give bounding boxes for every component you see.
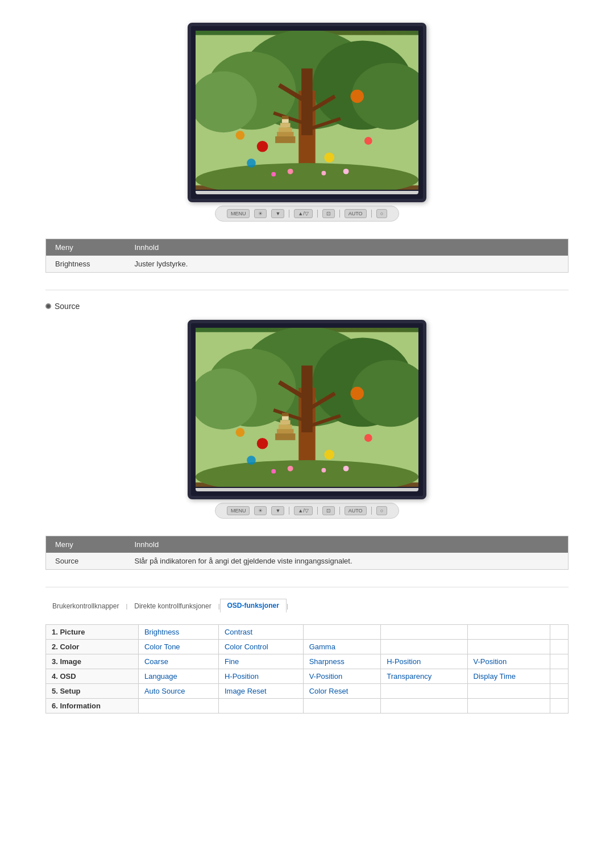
- svg-point-23: [364, 137, 372, 145]
- osd-cell-empty-16: [381, 699, 467, 713]
- menu-button[interactable]: MENU: [227, 209, 250, 218]
- menu-button-2[interactable]: MENU: [227, 506, 250, 515]
- updown-button-2[interactable]: ▼: [271, 506, 284, 515]
- table2-row1-content: Slår på indikatoren for å angi det gjeld…: [126, 553, 569, 570]
- svg-point-57: [343, 466, 349, 471]
- svg-point-50: [247, 456, 256, 465]
- osd-cell-empty-3: [467, 625, 550, 640]
- divider-2: [45, 587, 569, 587]
- brightness-button[interactable]: ☀: [254, 209, 267, 218]
- osd-cell-auto-source[interactable]: Auto Source: [138, 684, 218, 699]
- osd-cell-brightness[interactable]: Brightness: [138, 625, 218, 640]
- svg-rect-17: [282, 116, 289, 119]
- power-button-2[interactable]: ○: [376, 506, 387, 515]
- tab-direkte[interactable]: Direkte kontrollfunksjoner: [127, 600, 218, 612]
- tab-brukerkontrollknapper[interactable]: Brukerkontrollknapper: [45, 600, 126, 612]
- svg-point-52: [364, 434, 372, 442]
- atg-button-2[interactable]: ▲/▽: [294, 506, 312, 515]
- osd-cell-empty-9: [550, 669, 568, 684]
- osd-cell-empty-18: [550, 699, 568, 713]
- osd-cell-transparency[interactable]: Transparency: [381, 669, 467, 684]
- tab-osd[interactable]: OSD-funksjoner: [220, 599, 287, 613]
- osd-cell-sharpness[interactable]: Sharpness: [303, 654, 381, 669]
- svg-point-54: [288, 466, 293, 471]
- updown-button[interactable]: ▼: [271, 209, 284, 218]
- table1-row1-menu: Brightness: [46, 256, 126, 273]
- svg-rect-41: [282, 416, 289, 420]
- osd-header-information: 6. Information: [46, 699, 139, 713]
- osd-cell-color-tone[interactable]: Color Tone: [138, 640, 218, 654]
- svg-point-53: [236, 428, 245, 437]
- monitor-bottom-bar-2: [196, 488, 418, 491]
- svg-rect-45: [275, 433, 295, 440]
- osd-cell-contrast[interactable]: Contrast: [218, 625, 303, 640]
- svg-point-20: [257, 141, 268, 152]
- separator-8: [371, 507, 372, 515]
- osd-cell-empty-6: [467, 640, 550, 654]
- brightness-table: Meny Innhold Brightness Juster lydstyrke…: [45, 239, 569, 273]
- screen-scene-1: [196, 31, 418, 190]
- osd-cell-fine[interactable]: Fine: [218, 654, 303, 669]
- monitor-display-2: MENU ☀ ▼ ▲/▽ ⊡ AUTO ○: [45, 320, 569, 519]
- svg-point-55: [321, 468, 326, 473]
- separator-4: [371, 210, 372, 218]
- table1-header-menu: Meny: [46, 239, 126, 256]
- power-button[interactable]: ○: [376, 209, 387, 218]
- osd-header-color: 2. Color: [46, 640, 139, 654]
- osd-cell-display-time[interactable]: Display Time: [467, 669, 550, 684]
- svg-point-22: [324, 152, 334, 162]
- svg-rect-14: [279, 127, 292, 132]
- screen-image-1: [196, 31, 418, 190]
- svg-rect-13: [280, 123, 291, 128]
- osd-cell-osd-h-position[interactable]: H-Position: [218, 669, 303, 684]
- svg-point-21: [247, 158, 256, 168]
- svg-rect-43: [279, 424, 292, 429]
- table2-header-content: Innhold: [126, 536, 569, 553]
- osd-cell-color-control[interactable]: Color Control: [218, 640, 303, 654]
- osd-header-setup: 5. Setup: [46, 684, 139, 699]
- screen-image-2: [196, 328, 418, 487]
- input-button-2[interactable]: ⊡: [322, 506, 335, 515]
- brightness-button-2[interactable]: ☀: [254, 506, 267, 515]
- svg-point-25: [288, 169, 293, 174]
- svg-rect-15: [277, 132, 293, 136]
- osd-header-picture: 1. Picture: [46, 625, 139, 640]
- svg-point-49: [257, 438, 268, 449]
- monitor-screen-1: [196, 31, 418, 190]
- table2-row1-menu: Source: [46, 553, 126, 570]
- osd-cell-coarse[interactable]: Coarse: [138, 654, 218, 669]
- osd-header-osd: 4. OSD: [46, 669, 139, 684]
- source-table: Meny Innhold Source Slår på indikatoren …: [45, 536, 569, 570]
- osd-cell-empty-5: [381, 640, 467, 654]
- osd-cell-image-reset[interactable]: Image Reset: [218, 684, 303, 699]
- nav-tabs: Brukerkontrollknapper | Direkte kontroll…: [45, 599, 569, 613]
- osd-cell-gamma[interactable]: Gamma: [303, 640, 381, 654]
- osd-cell-color-reset[interactable]: Color Reset: [303, 684, 381, 699]
- svg-rect-44: [277, 429, 293, 433]
- osd-row-color: 2. Color Color Tone Color Control Gamma: [46, 640, 569, 654]
- osd-row-picture: 1. Picture Brightness Contrast: [46, 625, 569, 640]
- svg-rect-42: [280, 420, 291, 425]
- osd-cell-empty-13: [138, 699, 218, 713]
- osd-row-image: 3. Image Coarse Fine Sharpness H-Positio…: [46, 654, 569, 669]
- auto-button[interactable]: AUTO: [345, 209, 367, 218]
- osd-cell-empty-15: [303, 699, 381, 713]
- separator-6: [317, 507, 318, 515]
- osd-cell-language[interactable]: Language: [138, 669, 218, 684]
- svg-point-48: [350, 387, 364, 400]
- input-button[interactable]: ⊡: [322, 209, 335, 218]
- source-label-text: Source: [55, 302, 80, 311]
- svg-point-24: [236, 131, 245, 140]
- osd-functions-table: 1. Picture Brightness Contrast 2. Color …: [45, 624, 569, 713]
- osd-cell-empty-8: [550, 654, 568, 669]
- svg-point-27: [271, 172, 276, 177]
- osd-cell-osd-v-position[interactable]: V-Position: [303, 669, 381, 684]
- table1-header-content: Innhold: [126, 239, 569, 256]
- svg-point-19: [350, 90, 364, 103]
- atg-button[interactable]: ▲/▽: [294, 209, 312, 218]
- osd-cell-v-position[interactable]: V-Position: [467, 654, 550, 669]
- svg-point-56: [271, 469, 276, 474]
- osd-cell-h-position[interactable]: H-Position: [381, 654, 467, 669]
- auto-button-2[interactable]: AUTO: [345, 506, 367, 515]
- osd-cell-empty-7: [550, 640, 568, 654]
